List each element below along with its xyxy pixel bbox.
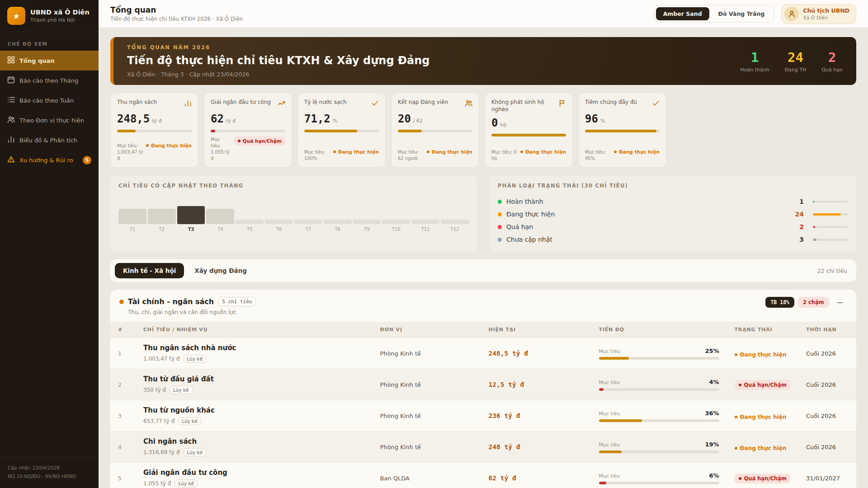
sidebar-item-charts[interactable]: Biểu đồ & Phân tích (0, 130, 99, 150)
table-row[interactable]: 1 Thu ngân sách nhà nước 1.003,47 tỷ đ L… (110, 338, 856, 369)
monthly-updates-panel: CHỈ TIÊU CÓ CẬP NHẬT THEO THÁNG (110, 175, 477, 252)
month-bar (382, 220, 410, 224)
stat-value: 1 (741, 50, 769, 65)
month-col-t10[interactable] (382, 220, 410, 224)
section-title: Tài chính - ngân sách (128, 297, 214, 306)
progress-percent: 6% (709, 472, 719, 479)
app-root: ★ UBND xã Ô Diên Thành phố Hà Nội CHẾ ĐỘ… (0, 0, 868, 488)
theme-button-amber-sand[interactable]: Amber Sand (656, 7, 709, 20)
last-updated-text: Cập nhật: 23/04/2026 (8, 464, 91, 472)
kpi-progress-track (211, 130, 285, 132)
kpi-card-vaccination[interactable]: Tiêm chủng đầy đủ 96 % Mục tiêu: 95% Đan… (578, 93, 666, 168)
kpi-value: 20 (398, 113, 411, 125)
table-row[interactable]: 3 Thu từ nguồn khác 653,77 tỷ đ Lũy kế P… (110, 400, 856, 432)
sidebar-item-label: Xu hướng & Rủi ro (19, 157, 73, 164)
average-progress-badge: TB 18% (765, 297, 794, 308)
collapse-section-button[interactable]: − (833, 297, 847, 308)
sidebar-item-risks[interactable]: Xu hướng & Rủi ro 5 (0, 150, 99, 170)
month-col-t1[interactable] (118, 209, 146, 224)
sidebar-item-label: Theo Đơn vị thực hiện (19, 117, 84, 124)
current-value: 248 tỷ đ (481, 432, 591, 463)
flag-icon (558, 99, 566, 109)
status-dot (735, 416, 737, 418)
month-col-t5[interactable] (236, 220, 264, 224)
legend-value: 24 (792, 211, 804, 218)
theme-button-do-vang-trang[interactable]: Đỏ Vàng Trắng (711, 7, 772, 20)
deadline: Cuối 2026 (798, 369, 856, 400)
legend-bar-fill (813, 226, 815, 228)
kpi-card-clean-water[interactable]: Tỷ lệ nước sạch 71,2 % Mục tiêu: 100% Đa… (297, 93, 386, 168)
list-icon (7, 96, 15, 105)
month-col-t4[interactable] (206, 209, 234, 224)
kpi-value: 71,2 (304, 113, 330, 125)
panel-title: PHÂN LOẠI TRẠNG THÁI (30 CHỈ TIÊU) (498, 183, 848, 189)
kpi-status: Đang thực hiện (146, 143, 192, 148)
section-dot-icon (119, 300, 124, 304)
kpi-unit: % (600, 118, 605, 124)
month-col-t11[interactable] (411, 220, 439, 224)
tab-xay-dung-dang[interactable]: Xây dựng Đảng (186, 263, 255, 278)
month-label: T9 (353, 227, 381, 232)
stat-label: Hoàn thành (741, 67, 769, 73)
kpi-card-party-members[interactable]: Kết nạp Đảng viên 20 / 62 Mục tiêu: 62 n… (391, 93, 479, 168)
col-header: ĐƠN VỊ (373, 322, 481, 338)
month-col-t2[interactable] (148, 209, 176, 224)
kpi-title: Kết nạp Đảng viên (398, 99, 448, 106)
status-dot-amber (498, 212, 502, 216)
progress-track (599, 450, 719, 453)
user-chip[interactable]: Chủ tịch UBND Xã Ô Diên (781, 4, 856, 24)
table-row[interactable]: 4 Chi ngân sách 1.316,69 tỷ đ Lũy kế Phò… (110, 432, 856, 463)
kpi-card-disbursement[interactable]: Giải ngân đầu tư công 62 tỷ đ Mục tiêu: … (204, 93, 292, 168)
legend-label: Quá hạn (506, 223, 533, 230)
table-row[interactable]: 2 Thu từ đấu giá đất 350 tỷ đ Lũy kế Phò… (110, 369, 856, 400)
current-value: 248,5 tỷ đ (481, 338, 591, 369)
month-col-t3[interactable] (177, 206, 205, 224)
hero-stats: 1 Hoàn thành 24 Đang TH 2 Quá hạn (741, 50, 843, 73)
cumulative-tag: Lũy kế (175, 479, 198, 488)
kpi-card-revenue[interactable]: Thu ngân sách 248,5 tỷ đ Mục tiêu: 1.003… (110, 93, 198, 168)
kpi-status: Quá hạn/Chậm (234, 136, 285, 145)
page-title: Tổng quan (110, 5, 243, 14)
month-col-t9[interactable] (353, 220, 381, 224)
kpi-unit: hộ (500, 122, 506, 128)
status-dot (238, 140, 241, 142)
kpi-status: Đang thực hiện (614, 149, 660, 155)
table-row[interactable]: 5 Giải ngân đầu tư công 1.055 tỷ đ Lũy k… (110, 463, 856, 488)
month-bar (353, 220, 381, 224)
month-col-t6[interactable] (265, 220, 293, 224)
stat-completed: 1 Hoàn thành (741, 50, 769, 73)
month-col-t7[interactable] (294, 220, 322, 224)
month-label: T4 (206, 227, 234, 232)
tabs-bar: Kinh tế - Xã hội Xây dựng Đảng 22 chỉ ti… (110, 259, 856, 282)
indicator-target: 1.003,47 tỷ đ (143, 356, 180, 362)
month-col-t12[interactable] (441, 220, 469, 224)
progress-percent: 4% (709, 379, 719, 385)
indicator-table: # CHỈ TIÊU / NHIỆM VỤ ĐƠN VỊ HIỆN TẠI TI… (110, 322, 856, 488)
kpi-card-poor-households[interactable]: Không phát sinh hộ nghèo 0 hộ Mục tiêu: … (485, 93, 573, 168)
month-label-active: T3 (177, 227, 205, 232)
hero-banner: TỔNG QUAN NĂM 2026 Tiến độ thực hiện chỉ… (110, 37, 856, 85)
grid-icon (7, 56, 15, 65)
kpi-progress-track (398, 130, 472, 132)
month-label: T12 (441, 227, 469, 232)
kpi-title: Không phát sinh hộ nghèo (491, 99, 556, 113)
month-bar (441, 220, 469, 224)
user-avatar-icon (784, 7, 799, 21)
kpi-status: Đang thực hiện (520, 149, 566, 155)
progress-label: Mục tiêu (599, 411, 620, 417)
status-dot (520, 150, 523, 153)
month-label: T6 (265, 227, 293, 232)
sidebar-item-monthly-report[interactable]: Báo cáo theo Tháng (0, 70, 99, 90)
sidebar-item-by-unit[interactable]: Theo Đơn vị thực hiện (0, 110, 99, 130)
sidebar-item-overview[interactable]: Tổng quan (0, 51, 99, 70)
month-bar (236, 220, 264, 224)
tab-kinh-te-xa-hoi[interactable]: Kinh tế - Xã hội (115, 263, 184, 278)
panel-row: CHỈ TIÊU CÓ CẬP NHẬT THEO THÁNG (110, 175, 856, 252)
month-col-t8[interactable] (324, 220, 352, 224)
sidebar-item-weekly-report[interactable]: Báo cáo theo Tuần (0, 90, 99, 110)
legend-label: Đang thực hiện (506, 211, 555, 218)
month-bar (148, 209, 176, 224)
current-value: 62 tỷ đ (481, 463, 591, 488)
stat-overdue: 2 Quá hạn (821, 50, 843, 73)
sidebar-nav: Tổng quan Báo cáo theo Tháng Báo cáo the… (0, 51, 99, 170)
